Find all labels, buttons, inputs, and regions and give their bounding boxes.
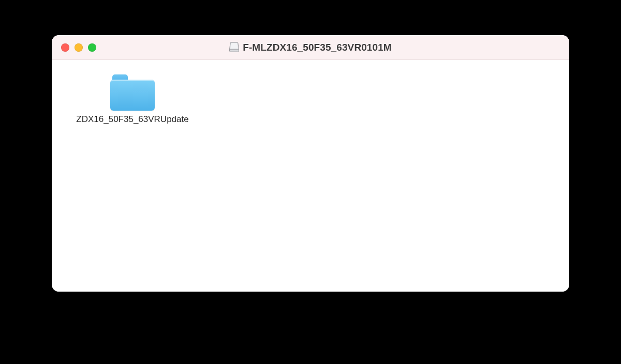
folder-label: ZDX16_50F35_63VRUpdate	[76, 114, 188, 125]
zoom-button[interactable]	[88, 43, 96, 52]
folder-icon	[110, 74, 155, 111]
minimize-button[interactable]	[75, 43, 83, 52]
window-titlebar[interactable]: F-MLZDX16_50F35_63VR0101M	[52, 35, 569, 60]
external-disk-icon	[229, 42, 239, 53]
window-content[interactable]: ZDX16_50F35_63VRUpdate	[52, 60, 569, 292]
window-title: F-MLZDX16_50F35_63VR0101M	[243, 42, 392, 53]
close-button[interactable]	[61, 43, 69, 52]
folder-item[interactable]: ZDX16_50F35_63VRUpdate	[60, 74, 205, 125]
window-traffic-lights	[61, 43, 96, 52]
finder-window: F-MLZDX16_50F35_63VR0101M ZDX16_50F35_63…	[52, 35, 569, 292]
window-title-group: F-MLZDX16_50F35_63VR0101M	[229, 42, 392, 53]
